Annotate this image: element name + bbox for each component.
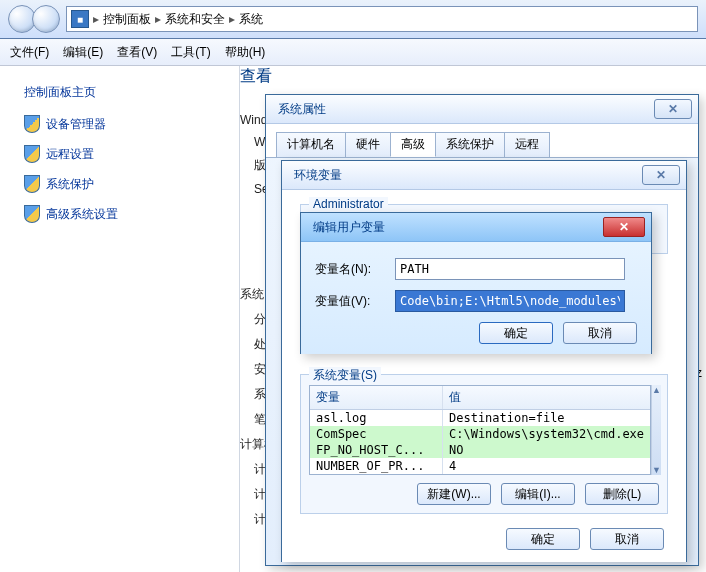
scrollbar[interactable]: ▲▼	[651, 385, 661, 475]
tab-advanced[interactable]: 高级	[390, 132, 436, 157]
scroll-down-icon[interactable]: ▼	[652, 465, 661, 475]
system-variables-list[interactable]: 变量 值 asl.logDestination=file ComSpecC:\W…	[309, 385, 651, 475]
tab-remote[interactable]: 远程	[504, 132, 550, 157]
dialog-title: 编辑用户变量	[313, 219, 385, 236]
menu-help[interactable]: 帮助(H)	[225, 44, 266, 61]
menu-tools[interactable]: 工具(T)	[171, 44, 210, 61]
tab-hardware[interactable]: 硬件	[345, 132, 391, 157]
menu-edit[interactable]: 编辑(E)	[63, 44, 103, 61]
list-row[interactable]: asl.logDestination=file	[310, 410, 650, 426]
sidebar: 控制面板主页 设备管理器 远程设置 系统保护 高级系统设置	[0, 66, 240, 572]
variable-value-input[interactable]	[395, 290, 625, 312]
ok-button[interactable]: 确定	[479, 322, 553, 344]
nav-back-forward[interactable]	[8, 5, 60, 33]
column-header-value[interactable]: 值	[443, 386, 650, 409]
tab-strip: 计算机名 硬件 高级 系统保护 远程	[266, 124, 698, 158]
shield-icon	[24, 115, 40, 133]
breadcrumb[interactable]: ■ ▸ 控制面板 ▸ 系统和安全 ▸ 系统	[66, 6, 698, 32]
edit-system-var-button[interactable]: 编辑(I)...	[501, 483, 575, 505]
chevron-right-icon: ▸	[229, 12, 235, 26]
nav-forward-button[interactable]	[32, 5, 60, 33]
list-row[interactable]: FP_NO_HOST_C...NO	[310, 442, 650, 458]
group-legend: 系统变量(S)	[309, 367, 381, 384]
group-legend: Administrator	[309, 197, 388, 211]
sidebar-link-advanced-settings[interactable]: 高级系统设置	[24, 205, 239, 223]
list-row[interactable]: NUMBER_OF_PR...4	[310, 458, 650, 474]
close-button[interactable]: ✕	[654, 99, 692, 119]
tab-system-protection[interactable]: 系统保护	[435, 132, 505, 157]
tab-computer-name[interactable]: 计算机名	[276, 132, 346, 157]
close-button[interactable]: ✕	[603, 217, 645, 237]
menu-file[interactable]: 文件(F)	[10, 44, 49, 61]
cancel-button[interactable]: 取消	[590, 528, 664, 550]
variable-name-input[interactable]	[395, 258, 625, 280]
sidebar-title: 控制面板主页	[24, 84, 239, 101]
menu-bar: 文件(F) 编辑(E) 查看(V) 工具(T) 帮助(H)	[0, 39, 706, 66]
shield-icon	[24, 145, 40, 163]
variable-name-label: 变量名(N):	[315, 261, 395, 278]
page-title: 查看	[240, 66, 706, 87]
close-button[interactable]: ✕	[642, 165, 680, 185]
chevron-right-icon: ▸	[93, 12, 99, 26]
dialog-title: 系统属性	[278, 101, 326, 118]
variable-value-label: 变量值(V):	[315, 293, 395, 310]
sidebar-link-device-manager[interactable]: 设备管理器	[24, 115, 239, 133]
breadcrumb-item[interactable]: 系统和安全	[165, 11, 225, 28]
column-header-variable[interactable]: 变量	[310, 386, 443, 409]
breadcrumb-item[interactable]: 系统	[239, 11, 263, 28]
list-row[interactable]: ComSpecC:\Windows\system32\cmd.exe	[310, 426, 650, 442]
system-variables-group: 系统变量(S) 变量 值 asl.logDestination=file Com…	[300, 374, 668, 514]
menu-view[interactable]: 查看(V)	[117, 44, 157, 61]
chevron-right-icon: ▸	[155, 12, 161, 26]
breadcrumb-item[interactable]: 控制面板	[103, 11, 151, 28]
control-panel-icon: ■	[71, 10, 89, 28]
address-bar: ■ ▸ 控制面板 ▸ 系统和安全 ▸ 系统	[0, 0, 706, 39]
cancel-button[interactable]: 取消	[563, 322, 637, 344]
ok-button[interactable]: 确定	[506, 528, 580, 550]
dialog-title: 环境变量	[294, 167, 342, 184]
shield-icon	[24, 175, 40, 193]
sidebar-link-system-protection[interactable]: 系统保护	[24, 175, 239, 193]
delete-system-var-button[interactable]: 删除(L)	[585, 483, 659, 505]
shield-icon	[24, 205, 40, 223]
new-system-var-button[interactable]: 新建(W)...	[417, 483, 491, 505]
sidebar-link-remote-settings[interactable]: 远程设置	[24, 145, 239, 163]
dialog-edit-user-variable: 编辑用户变量 ✕ 变量名(N): 变量值(V): 确定 取消	[300, 212, 652, 354]
scroll-up-icon[interactable]: ▲	[652, 385, 661, 395]
